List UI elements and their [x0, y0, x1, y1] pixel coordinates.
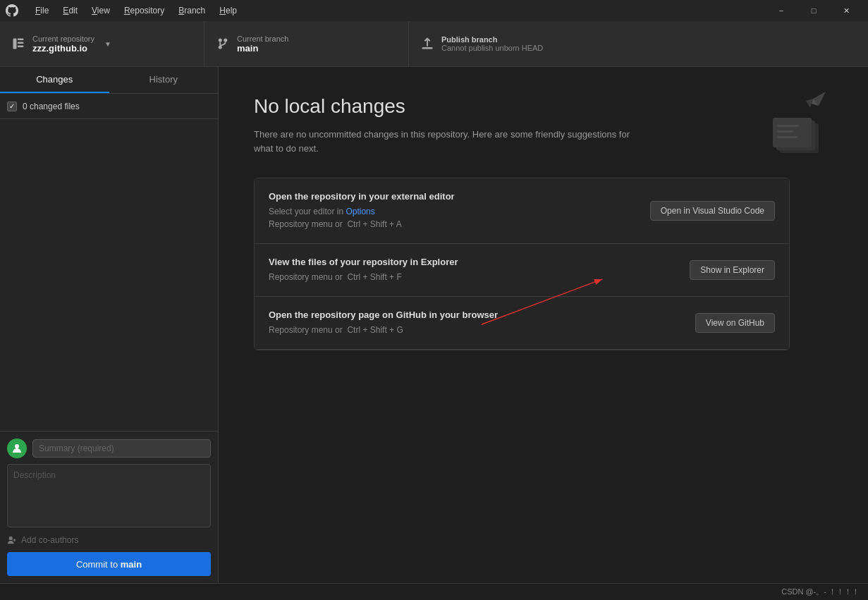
commit-button[interactable]: Commit to main	[7, 552, 211, 576]
svg-rect-2	[18, 42, 24, 44]
action-card-editor-desc: Select your editor in Options Repository…	[269, 205, 455, 231]
menu-bar: File Edit View Repository Branch Help	[30, 4, 243, 17]
action-card-github-left: Open the repository page on GitHub in yo…	[269, 310, 498, 336]
action-card-explorer-desc: Repository menu or Ctrl + Shift + F	[269, 271, 458, 283]
svg-rect-8	[422, 47, 433, 49]
action-card-github: Open the repository page on GitHub in yo…	[255, 297, 789, 350]
github-logo-icon	[6, 4, 18, 17]
svg-rect-3	[18, 46, 24, 48]
current-branch-section[interactable]: Current branch main	[204, 21, 409, 66]
main-layout: Changes History 0 changed files	[0, 67, 868, 583]
publish-branch-section[interactable]: Publish branch Cannot publish unborn HEA…	[409, 21, 613, 66]
title-bar: File Edit View Repository Branch Help − …	[0, 0, 868, 21]
sidebar: Changes History 0 changed files	[0, 67, 219, 583]
avatar	[7, 439, 27, 458]
svg-point-9	[15, 444, 19, 448]
coauthors-label: Add co-authors	[21, 535, 78, 545]
branch-icon	[216, 37, 230, 51]
publish-label: Publish branch	[441, 35, 543, 44]
commit-row	[7, 439, 211, 458]
action-card-explorer: View the files of your repository in Exp…	[255, 244, 789, 297]
publish-sublabel: Cannot publish unborn HEAD	[441, 44, 543, 52]
repo-dropdown-icon: ▼	[104, 40, 111, 48]
tab-changes[interactable]: Changes	[0, 67, 109, 93]
changed-files-bar: 0 changed files	[0, 94, 218, 119]
maximize-button[interactable]: □	[797, 0, 830, 21]
status-text: CSDN @-。- ！！！！	[781, 587, 860, 597]
sidebar-tabs: Changes History	[0, 67, 218, 94]
open-vscode-button[interactable]: Open in Visual Studio Code	[650, 201, 775, 221]
files-list	[0, 119, 218, 431]
svg-rect-14	[778, 125, 799, 127]
no-changes-desc: There are no uncommitted changes in this…	[254, 128, 635, 155]
repo-name: zzz.github.io	[32, 43, 94, 54]
branch-label: Current branch	[237, 35, 288, 43]
branch-info: Current branch main	[237, 35, 288, 54]
window-controls: − □ ✕	[765, 0, 862, 21]
repo-label: Current repository	[32, 35, 94, 43]
show-in-explorer-button[interactable]: Show in Explorer	[690, 260, 775, 280]
no-changes-title: No local changes	[254, 95, 833, 118]
tab-history[interactable]: History	[109, 67, 219, 93]
svg-point-5	[224, 39, 227, 42]
menu-view[interactable]: View	[86, 4, 116, 17]
action-card-editor-title: Open the repository in your external edi…	[269, 191, 455, 202]
toolbar: Current repository zzz.github.io ▼ Curre…	[0, 21, 868, 67]
close-button[interactable]: ✕	[830, 0, 862, 21]
svg-rect-16	[778, 136, 797, 138]
changed-files-count: 0 changed files	[23, 102, 80, 111]
coauthors-row[interactable]: Add co-authors	[7, 535, 211, 545]
action-card-editor: Open the repository in your external edi…	[255, 178, 789, 244]
current-repo-section[interactable]: Current repository zzz.github.io ▼	[0, 21, 204, 66]
commit-area: Add co-authors Commit to main	[0, 431, 218, 583]
svg-point-4	[219, 39, 222, 42]
content-area: No local changes There are no uncommitte…	[219, 67, 868, 583]
title-bar-left: File Edit View Repository Branch Help	[6, 4, 243, 17]
status-bar: CSDN @-。- ！！！！	[0, 583, 868, 600]
publish-info: Publish branch Cannot publish unborn HEA…	[441, 35, 543, 52]
action-card-github-title: Open the repository page on GitHub in yo…	[269, 310, 498, 320]
description-textarea[interactable]	[7, 464, 211, 527]
menu-repository[interactable]: Repository	[118, 4, 170, 17]
select-all-checkbox[interactable]	[7, 102, 17, 111]
action-cards: Open the repository in your external edi…	[254, 178, 790, 350]
commit-btn-text: Commit to main	[76, 559, 142, 570]
repo-icon	[11, 37, 25, 51]
action-card-github-desc: Repository menu or Ctrl + Shift + G	[269, 324, 498, 336]
options-link[interactable]: Options	[346, 207, 374, 216]
view-on-github-button[interactable]: View on GitHub	[695, 313, 775, 333]
menu-file[interactable]: File	[30, 4, 54, 17]
menu-help[interactable]: Help	[214, 4, 243, 17]
svg-rect-15	[778, 130, 793, 133]
branch-name: main	[237, 43, 288, 54]
illustration	[762, 88, 833, 159]
minimize-button[interactable]: −	[765, 0, 797, 21]
menu-branch[interactable]: Branch	[173, 4, 211, 17]
action-card-explorer-left: View the files of your repository in Exp…	[269, 257, 458, 283]
svg-point-6	[219, 46, 222, 49]
action-card-explorer-title: View the files of your repository in Exp…	[269, 257, 458, 267]
add-person-icon	[7, 535, 17, 545]
summary-input[interactable]	[32, 439, 211, 458]
svg-rect-1	[18, 39, 24, 41]
action-card-editor-left: Open the repository in your external edi…	[269, 191, 455, 231]
svg-point-10	[9, 537, 13, 540]
svg-rect-0	[13, 39, 17, 49]
repo-info: Current repository zzz.github.io	[32, 35, 94, 54]
publish-icon	[420, 37, 434, 51]
menu-edit[interactable]: Edit	[57, 4, 83, 17]
